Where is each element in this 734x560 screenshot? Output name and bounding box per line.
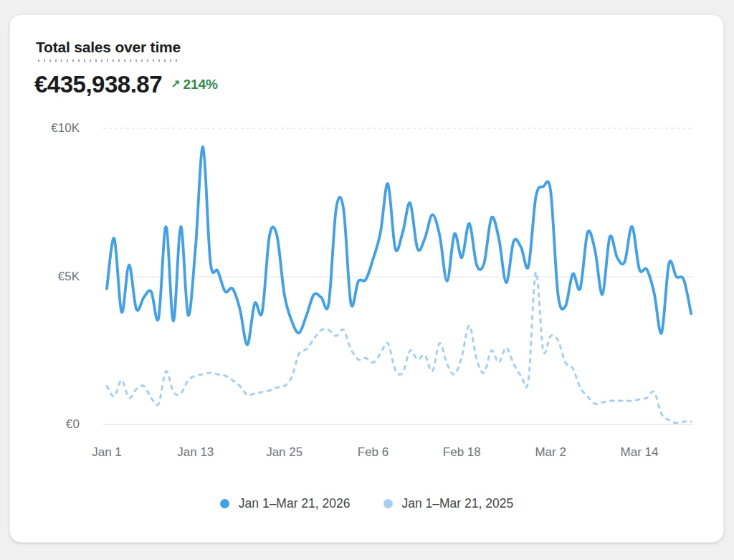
chart-legend: Jan 1–Mar 21, 2026 Jan 1–Mar 21, 2025 bbox=[10, 496, 723, 511]
legend-label-2026: Jan 1–Mar 21, 2026 bbox=[239, 496, 351, 511]
legend-item-2026[interactable]: Jan 1–Mar 21, 2026 bbox=[220, 496, 351, 511]
legend-dot-2026 bbox=[220, 499, 229, 508]
sales-line-chart[interactable] bbox=[10, 15, 725, 544]
total-sales-card: Total sales over time €435,938.87 ↗ 214%… bbox=[9, 14, 724, 543]
series-2026-line bbox=[107, 147, 691, 345]
legend-dot-2025 bbox=[383, 499, 393, 508]
legend-label-2025: Jan 1–Mar 21, 2025 bbox=[402, 496, 514, 511]
legend-item-2025[interactable]: Jan 1–Mar 21, 2025 bbox=[383, 496, 514, 511]
